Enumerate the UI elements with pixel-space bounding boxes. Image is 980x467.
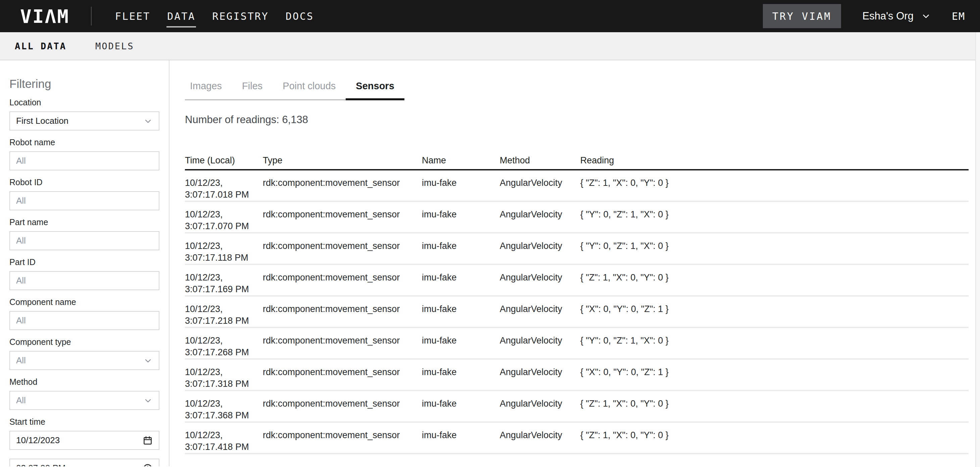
org-switcher[interactable]: Esha's Org — [862, 10, 931, 22]
cell-time: 10/12/23, 3:07:17.169 PM — [185, 272, 263, 295]
topbar-divider — [91, 7, 92, 25]
part-id-input[interactable] — [10, 271, 159, 290]
nav-link-fleet[interactable]: FLEET — [115, 10, 150, 22]
main-content: Images Files Point clouds Sensors Number… — [170, 60, 980, 466]
row-date: 10/12/23, — [185, 177, 263, 189]
row-name: imu-fake — [422, 366, 500, 390]
row-date: 10/12/23, — [185, 303, 263, 315]
row-type: rdk:component:movement_sensor — [263, 240, 422, 264]
row-name: imu-fake — [422, 272, 500, 295]
row-reading: { "Z": 1, "X": 0, "Y": 0 } — [580, 398, 969, 421]
location-select[interactable]: First Location — [10, 111, 159, 130]
table-row: 10/12/23, 3:07:17.318 PM rdk:component:m… — [185, 360, 969, 391]
scrollbar[interactable] — [975, 32, 980, 467]
content: Filtering Location First Location Robot … — [0, 60, 980, 466]
row-method: AngularVelocity — [500, 240, 580, 264]
robot-id-input[interactable] — [10, 191, 159, 210]
control-value: All — [16, 355, 26, 366]
row-type: rdk:component:movement_sensor — [263, 429, 422, 453]
calendar-icon — [143, 435, 153, 446]
row-method: AngularVelocity — [500, 335, 580, 358]
control-value: First Location — [16, 116, 68, 126]
filter-field: Component type All — [10, 337, 169, 370]
tab-files[interactable]: Files — [232, 81, 272, 99]
tab-all-data[interactable]: ALL DATA — [15, 41, 67, 51]
row-date: 10/12/23, — [185, 398, 263, 410]
table-row: 10/12/23, 3:07:17.118 PM rdk:component:m… — [185, 234, 969, 265]
start-time-time[interactable]: 03:07:00 PM — [10, 459, 159, 466]
row-reading: { "Z": 1, "X": 0, "Y": 0 } — [580, 272, 969, 295]
nav-link-docs[interactable]: DOCS — [286, 10, 314, 22]
filter-text-input[interactable] — [16, 156, 153, 166]
table-header: Time (Local) Type Name Method Reading — [185, 155, 969, 170]
row-type: rdk:component:movement_sensor — [263, 366, 422, 390]
row-time: 3:07:17.070 PM — [185, 221, 263, 232]
row-type: rdk:component:movement_sensor — [263, 272, 422, 295]
nav-link-registry[interactable]: REGISTRY — [212, 10, 269, 22]
filter-field: Part ID — [10, 257, 169, 290]
tab-point-clouds[interactable]: Point clouds — [272, 81, 346, 99]
component-name-input[interactable] — [10, 311, 159, 330]
viam-logo[interactable]: VIΛM — [20, 5, 70, 27]
chevron-down-icon — [143, 396, 153, 405]
table-row: 10/12/23, 3:07:17.218 PM rdk:component:m… — [185, 297, 969, 328]
filter-field: Part name — [10, 217, 169, 250]
row-name: imu-fake — [422, 429, 500, 453]
row-method: AngularVelocity — [500, 209, 580, 232]
row-type: rdk:component:movement_sensor — [263, 303, 422, 327]
control-value: All — [16, 395, 26, 406]
tab-sensors[interactable]: Sensors — [346, 81, 404, 100]
nav-link-data[interactable]: DATA — [167, 10, 195, 22]
cell-time: 10/12/23, 3:07:17.268 PM — [185, 335, 263, 358]
row-time: 3:07:17.169 PM — [185, 283, 263, 295]
method-select[interactable]: All — [10, 391, 159, 410]
filter-field: Location First Location — [10, 97, 169, 130]
row-name: imu-fake — [422, 303, 500, 327]
primary-nav: FLEET DATA REGISTRY DOCS — [115, 10, 314, 22]
chevron-down-icon — [921, 11, 931, 21]
row-method: AngularVelocity — [500, 177, 580, 201]
avatar[interactable]: EM — [952, 10, 965, 22]
try-viam-button[interactable]: TRY VIAM — [763, 4, 841, 28]
component-type-select[interactable]: All — [10, 351, 159, 370]
col-reading: Reading — [580, 155, 969, 167]
table-row: 10/12/23, 3:07:17.418 PM rdk:component:m… — [185, 423, 969, 454]
filter-field: 03:07:00 PM — [10, 459, 169, 466]
filter-text-input[interactable] — [16, 315, 153, 326]
row-date: 10/12/23, — [185, 272, 263, 283]
filter-sidebar: Filtering Location First Location Robot … — [0, 60, 170, 466]
tab-images[interactable]: Images — [185, 81, 232, 99]
table-row: 10/12/23, 3:07:17.368 PM rdk:component:m… — [185, 391, 969, 423]
row-time: 3:07:17.418 PM — [185, 441, 263, 453]
row-reading: { "Y": 0, "Z": 1, "X": 0 } — [580, 209, 969, 232]
filter-text-input[interactable] — [16, 235, 153, 246]
filter-fields: Location First Location Robot name Robot… — [10, 97, 169, 466]
row-time: 3:07:17.268 PM — [185, 346, 263, 358]
filter-field-label: Part name — [10, 217, 169, 227]
top-nav: VIΛM FLEET DATA REGISTRY DOCS TRY VIAM E… — [0, 0, 980, 32]
row-name: imu-fake — [422, 177, 500, 201]
row-time: 3:07:17.118 PM — [185, 252, 263, 264]
start-date-date[interactable]: 10/12/2023 — [10, 431, 159, 450]
filter-field-label: Part ID — [10, 257, 169, 267]
sidebar-title: Filtering — [10, 77, 169, 91]
data-type-tabs: Images Files Point clouds Sensors — [185, 81, 404, 100]
filter-field: Start time 10/12/2023 — [10, 417, 169, 450]
filter-field-label: Start time — [10, 417, 169, 427]
cell-time: 10/12/23, 3:07:17.318 PM — [185, 366, 263, 390]
row-method: AngularVelocity — [500, 366, 580, 390]
row-date: 10/12/23, — [185, 209, 263, 221]
control-value: 03:07:00 PM — [16, 463, 65, 466]
row-time: 3:07:17.318 PM — [185, 378, 263, 390]
col-type: Type — [263, 155, 422, 167]
tab-models[interactable]: MODELS — [95, 41, 134, 51]
filter-text-input[interactable] — [16, 195, 153, 206]
row-reading: { "X": 0, "Y": 0, "Z": 1 } — [580, 303, 969, 327]
row-date: 10/12/23, — [185, 240, 263, 252]
filter-text-input[interactable] — [16, 275, 153, 286]
row-date: 10/12/23, — [185, 429, 263, 441]
cell-time: 10/12/23, 3:07:17.118 PM — [185, 240, 263, 264]
robot-name-input[interactable] — [10, 151, 159, 170]
part-name-input[interactable] — [10, 231, 159, 250]
row-reading: { "X": 0, "Y": 0, "Z": 1 } — [580, 366, 969, 390]
